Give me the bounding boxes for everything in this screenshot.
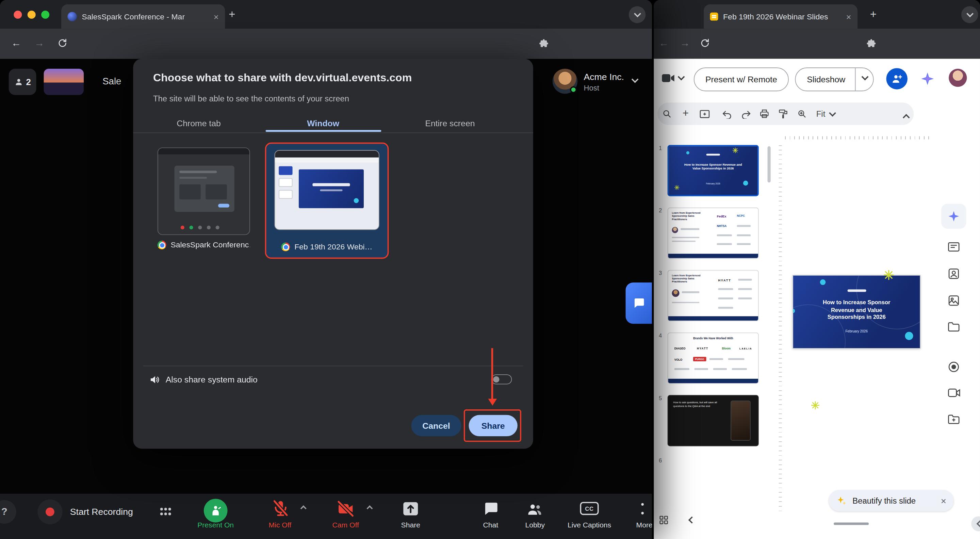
window-slides: Feb 19th 2026 Webinar Slides × + ← → doc… (654, 0, 980, 539)
photos-panel-icon[interactable] (947, 294, 960, 307)
chat-fab[interactable] (626, 282, 652, 324)
add-folder-panel-icon[interactable] (947, 414, 960, 425)
tab-search-button[interactable] (961, 6, 978, 23)
audio-share-label: Also share system audio (166, 375, 258, 385)
source-window-1[interactable]: SalesSpark Conferenc… (158, 147, 250, 249)
close-tab-icon[interactable]: × (846, 12, 851, 21)
horizontal-scrollbar[interactable] (834, 523, 869, 525)
share-picker-dialog: Choose what to share with dev.virtual.ev… (133, 59, 533, 449)
filmstrip-scrollbar[interactable] (768, 146, 771, 183)
source-1-label-row: SalesSpark Conferenc… (158, 240, 250, 250)
zoom-window-button[interactable] (41, 11, 49, 19)
source-2-preview (274, 150, 379, 230)
reload-button[interactable] (57, 38, 67, 48)
window-meeting: SalesSpark Conference - Mar × + ← → dev.… (0, 0, 652, 539)
beautify-banner[interactable]: Beautify this slide × (829, 490, 954, 511)
zoom-select-caret[interactable] (829, 110, 837, 117)
audience-grid-button[interactable] (158, 504, 174, 520)
tab-chrome-tab[interactable]: Chrome tab (177, 119, 221, 128)
new-tab-button[interactable]: + (229, 8, 235, 21)
tab-entire-screen[interactable]: Entire screen (425, 119, 475, 128)
share-access-button[interactable] (886, 68, 907, 89)
slide-canvas[interactable]: How to Increase Sponsor Revenue and Valu… (783, 143, 943, 512)
collapse-filmstrip-icon[interactable] (688, 517, 695, 524)
tab-title: Feb 19th 2026 Webinar Slides (723, 12, 841, 21)
undo-icon[interactable] (718, 109, 737, 119)
cancel-button[interactable]: Cancel (411, 415, 461, 436)
browser-tab[interactable]: Feb 19th 2026 Webinar Slides × (704, 5, 858, 29)
extensions-icon[interactable] (539, 39, 549, 49)
slideshow-button[interactable]: Slideshow (795, 67, 873, 91)
cam-off-label: Cam Off (332, 521, 359, 529)
more-label: More (636, 521, 652, 529)
new-slide-layout-icon[interactable] (695, 109, 714, 119)
zoom-select[interactable]: Fit (816, 109, 826, 119)
mic-off-button[interactable] (271, 499, 290, 518)
new-tab-button[interactable]: + (870, 8, 877, 21)
event-title: Sale (102, 76, 121, 86)
forward-button[interactable]: → (680, 38, 690, 48)
slide-number: 2 (659, 208, 662, 214)
record-button[interactable] (37, 499, 62, 525)
search-menus-icon[interactable] (657, 109, 676, 119)
captions-button[interactable]: CC (580, 502, 598, 515)
extensions-icon[interactable] (866, 39, 876, 49)
gemini-panel-button[interactable] (941, 204, 966, 229)
present-on-button[interactable] (204, 499, 228, 523)
slides-favicon (710, 13, 718, 21)
help-button[interactable]: ? (0, 500, 16, 524)
account-avatar[interactable] (949, 69, 967, 87)
slide-number: 6 (659, 457, 662, 463)
horizontal-ruler (785, 132, 932, 140)
event-cover-thumbnail[interactable] (44, 69, 84, 95)
share-screen-button[interactable] (402, 501, 419, 517)
present-with-remote-button[interactable]: Present w/ Remote (694, 67, 789, 91)
annotation-arrowhead (488, 399, 497, 405)
notes-panel-icon[interactable] (947, 241, 960, 253)
back-button[interactable]: ← (11, 38, 21, 48)
browser-tab[interactable]: SalesSpark Conference - Mar × (61, 5, 225, 29)
chat-button[interactable] (482, 501, 499, 517)
slide-thumbnail-3[interactable]: Learn from Experienced Sponsorship Sales… (668, 270, 759, 321)
record-panel-icon[interactable] (947, 361, 960, 373)
tab-favicon (67, 12, 77, 21)
contacts-panel-icon[interactable] (947, 267, 960, 280)
close-window-button[interactable] (14, 11, 22, 19)
paint-format-icon[interactable] (774, 109, 792, 119)
participant-count-chip[interactable]: 2 (9, 69, 37, 95)
current-slide[interactable]: How to Increase Sponsor Revenue and Valu… (792, 275, 921, 349)
slides-toolbar: + Fit (657, 102, 914, 125)
print-icon[interactable] (755, 109, 774, 119)
cam-off-button[interactable] (336, 499, 355, 518)
back-button[interactable]: ← (659, 38, 669, 48)
camera-tool-caret[interactable] (678, 73, 685, 81)
host-menu-chevron-icon[interactable] (632, 76, 639, 83)
gemini-icon[interactable] (920, 71, 935, 86)
tab-search-button[interactable] (629, 6, 646, 23)
new-slide-icon[interactable]: + (676, 108, 695, 120)
zoom-tool-icon[interactable] (792, 109, 811, 119)
camera-panel-icon[interactable] (947, 388, 961, 398)
cam-options-caret[interactable] (366, 505, 372, 512)
audio-share-toggle[interactable] (492, 374, 512, 384)
slide-thumbnail-2[interactable]: Learn from Experienced Sponsorship Sales… (668, 208, 759, 259)
slide-thumbnail-4[interactable]: Brands We Have Worked With DIAGEO HYATT … (668, 332, 759, 384)
minimize-window-button[interactable] (27, 11, 36, 19)
lobby-button[interactable] (527, 501, 543, 518)
slide-thumbnail-5[interactable]: How to ask questions, but will save all … (668, 395, 759, 447)
collapse-toolbar-icon[interactable] (903, 114, 910, 121)
source-window-2-selected[interactable]: Feb 19th 2026 Webi… (265, 143, 389, 259)
slide-thumbnail-1[interactable]: How to Increase Sponsor Revenue and Valu… (668, 145, 759, 196)
camera-tool-button[interactable] (661, 73, 675, 84)
reload-button[interactable] (700, 38, 710, 48)
active-tab-underline (266, 130, 382, 132)
folder-panel-icon[interactable] (947, 321, 960, 332)
grid-view-icon[interactable] (659, 515, 669, 525)
redo-icon[interactable] (737, 109, 755, 119)
close-tab-icon[interactable]: × (214, 12, 219, 21)
beautify-close-icon[interactable]: × (941, 495, 946, 506)
mic-options-caret[interactable] (301, 505, 307, 512)
tab-window[interactable]: Window (307, 119, 339, 128)
browser-toolbar: ← → dev.virtual.events.com/e/release-tes… (0, 29, 652, 59)
forward-button[interactable]: → (34, 38, 44, 48)
